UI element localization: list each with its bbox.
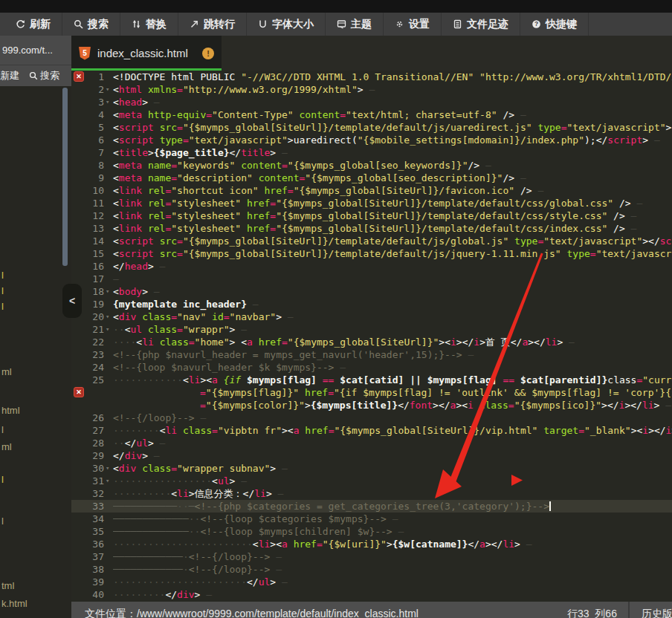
- line-number[interactable]: 13: [71, 222, 104, 235]
- line-number[interactable]: 12: [71, 209, 104, 222]
- toolbar-button-search[interactable]: 搜索: [62, 13, 120, 36]
- sidebar-file-item[interactable]: l: [1, 270, 4, 281]
- code-line-38[interactable]: 38────────────·<!--{/loop}--> –: [71, 563, 672, 576]
- code-line-20[interactable]: 20▾<div class="nav" id="navbar"> –: [71, 310, 672, 323]
- code-line-28[interactable]: 28··</ul> –: [71, 437, 672, 449]
- code-line-33[interactable]: 33───────────··─<!--{php $categories = g…: [71, 500, 672, 513]
- line-number[interactable]: 15: [71, 247, 104, 260]
- line-number[interactable]: 36: [71, 538, 104, 550]
- code-line-22[interactable]: 22····<li class="home"> <a href="{$mymps…: [71, 336, 672, 348]
- sidebar-file-item[interactable]: html: [1, 405, 20, 416]
- line-number[interactable]: 14: [71, 235, 104, 247]
- toolbar-button-shortcut[interactable]: ?快捷键: [520, 13, 589, 36]
- line-number[interactable]: 3: [71, 96, 104, 108]
- tab-index-classic[interactable]: 5 index_classic.html !: [71, 36, 222, 71]
- code-line-13[interactable]: 13<link rel="stylesheet" href="{$mymps_g…: [71, 222, 672, 235]
- line-number[interactable]: 33: [71, 500, 104, 513]
- line-number[interactable]: 28: [71, 437, 104, 449]
- fold-arrow-icon[interactable]: ▾: [104, 475, 113, 487]
- code-line-26[interactable]: 26<!--{/loop}--> –: [71, 412, 672, 424]
- sidebar-file-item[interactable]: l: [1, 474, 4, 485]
- code-line-1[interactable]: ✕1<!DOCTYPE html PUBLIC "-//W3C//DTD XHT…: [71, 71, 672, 83]
- new-file-button[interactable]: 新建: [0, 69, 19, 82]
- toolbar-button-font-size[interactable]: 字体大小: [247, 13, 326, 36]
- code-line-4[interactable]: 4<meta http-equiv="Content-Type" content…: [71, 108, 672, 121]
- line-number[interactable]: 29: [71, 449, 104, 462]
- sidebar-file-item[interactable]: l: [1, 285, 4, 296]
- line-number[interactable]: 38: [71, 563, 104, 576]
- line-number[interactable]: 4: [71, 108, 104, 121]
- line-number[interactable]: [71, 399, 104, 412]
- fold-arrow-icon[interactable]: ▾: [104, 462, 113, 475]
- error-marker-icon[interactable]: ✕: [74, 71, 84, 82]
- code-line-15[interactable]: 15<script src="{$mymps_global[SiteUrl]}/…: [71, 247, 672, 260]
- sidebar-file-item[interactable]: ml: [1, 441, 12, 452]
- line-number[interactable]: 39: [71, 576, 104, 588]
- code-line-7[interactable]: 7<title>{$page_title}</title> –: [71, 146, 672, 159]
- fold-arrow-icon[interactable]: ▾: [104, 83, 113, 96]
- code-line-10[interactable]: 10<link rel="shortcut icon" href="{$mymp…: [71, 184, 672, 197]
- toolbar-button-settings[interactable]: 设置: [384, 13, 442, 36]
- code-line-35[interactable]: 35─────────────··<!--{loop $mymps[childr…: [71, 525, 672, 538]
- sidebar-file-item[interactable]: tml: [1, 580, 14, 591]
- code-line-17[interactable]: 17–: [71, 273, 672, 285]
- line-number[interactable]: 27: [71, 424, 104, 437]
- code-line-16[interactable]: 16</head> –: [71, 260, 672, 273]
- code-line-14[interactable]: 14<script src="{$mymps_global[SiteUrl]}/…: [71, 235, 672, 247]
- sidebar-file-item[interactable]: l: [1, 301, 4, 312]
- project-path-header[interactable]: 999.com/t...: [0, 36, 71, 65]
- line-number[interactable]: 9: [71, 172, 104, 184]
- sidebar-file-item[interactable]: k.html: [1, 598, 28, 609]
- code-line-30[interactable]: 30▾<div class="wrapper subnav"> –: [71, 462, 672, 475]
- line-number[interactable]: 21: [71, 323, 104, 336]
- history-versions-button[interactable]: 历史版本: [642, 608, 672, 618]
- line-number[interactable]: 6: [71, 134, 104, 146]
- code-line-5[interactable]: 5<script src="{$mymps_global[SiteUrl]}/t…: [71, 121, 672, 134]
- sidebar-collapse-handle[interactable]: <: [62, 284, 82, 318]
- line-number[interactable]: 10: [71, 184, 104, 197]
- toolbar-button-file-trail[interactable]: 文件足迹: [442, 13, 520, 36]
- line-number[interactable]: 2: [71, 83, 104, 96]
- code-line-11[interactable]: 11<link rel="stylesheet" href="{$mymps_g…: [71, 197, 672, 209]
- line-number[interactable]: 37: [71, 550, 104, 563]
- code-line-25[interactable]: 25············<li><a {if $mymps[flag] ==…: [71, 374, 672, 386]
- warning-badge-icon[interactable]: !: [202, 48, 214, 59]
- toolbar-button-refresh[interactable]: 刷新: [4, 13, 62, 36]
- code-line-2[interactable]: 2▾<html xmlns="http://www.w3.org/1999/xh…: [71, 83, 672, 96]
- error-marker-icon[interactable]: ✕: [74, 387, 84, 397]
- code-line-18[interactable]: 18▾<body> –: [71, 285, 672, 298]
- line-number[interactable]: 25: [71, 374, 104, 386]
- code-line-23[interactable]: 23<!--{php $navurl_header = mymps_get_na…: [71, 348, 672, 361]
- code-line-12[interactable]: 12<link rel="stylesheet" href="{$mymps_g…: [71, 209, 672, 222]
- code-line-37[interactable]: 37────────────·<!--{/loop}--> –: [71, 550, 672, 563]
- code-line-40[interactable]: 40·········</div> –: [71, 588, 672, 601]
- code-line-31[interactable]: 31▾·················<ul> –: [71, 475, 672, 487]
- sidebar-file-item[interactable]: l: [1, 424, 4, 435]
- code-line-3[interactable]: 3▾<head> –: [71, 96, 672, 108]
- code-line-wrap[interactable]: ✕="{$mymps[flag]}" href="{if $mymps[flag…: [71, 386, 672, 399]
- line-number[interactable]: 34: [71, 513, 104, 525]
- line-number[interactable]: 7: [71, 146, 104, 159]
- code-line-6[interactable]: 6<script type="text/javascript">uaredire…: [71, 134, 672, 146]
- line-number[interactable]: 32: [71, 487, 104, 500]
- fold-arrow-icon[interactable]: ▾: [104, 285, 113, 298]
- line-number[interactable]: 11: [71, 197, 104, 209]
- fold-arrow-icon[interactable]: ▾: [104, 96, 113, 108]
- sidebar-scrollbar[interactable]: [62, 88, 68, 266]
- line-number[interactable]: 30: [71, 462, 104, 475]
- code-line-36[interactable]: 36························<li><a href="{…: [71, 538, 672, 550]
- code-editor[interactable]: ✕1<!DOCTYPE html PUBLIC "-//W3C//DTD XHT…: [71, 71, 672, 602]
- toolbar-button-replace[interactable]: 替换: [120, 13, 178, 36]
- line-number[interactable]: 35: [71, 525, 104, 538]
- line-number[interactable]: 5: [71, 121, 104, 134]
- code-line-19[interactable]: 19{mytemplate inc_header} –: [71, 298, 672, 310]
- fold-arrow-icon[interactable]: ▾: [104, 310, 113, 323]
- code-line-39[interactable]: 39·······················</ul> –: [71, 576, 672, 588]
- line-number[interactable]: 22: [71, 336, 104, 348]
- line-number[interactable]: 40: [71, 588, 104, 601]
- code-line-34[interactable]: 34─────────────··<!--{loop $categories $…: [71, 513, 672, 525]
- code-line-9[interactable]: 9<meta name="description" content="{$mym…: [71, 172, 672, 184]
- sidebar-search-button[interactable]: 搜索: [29, 69, 59, 82]
- code-line-21[interactable]: 21▾··<ul class="wrappr"> –: [71, 323, 672, 336]
- sidebar-file-item[interactable]: l: [1, 515, 4, 527]
